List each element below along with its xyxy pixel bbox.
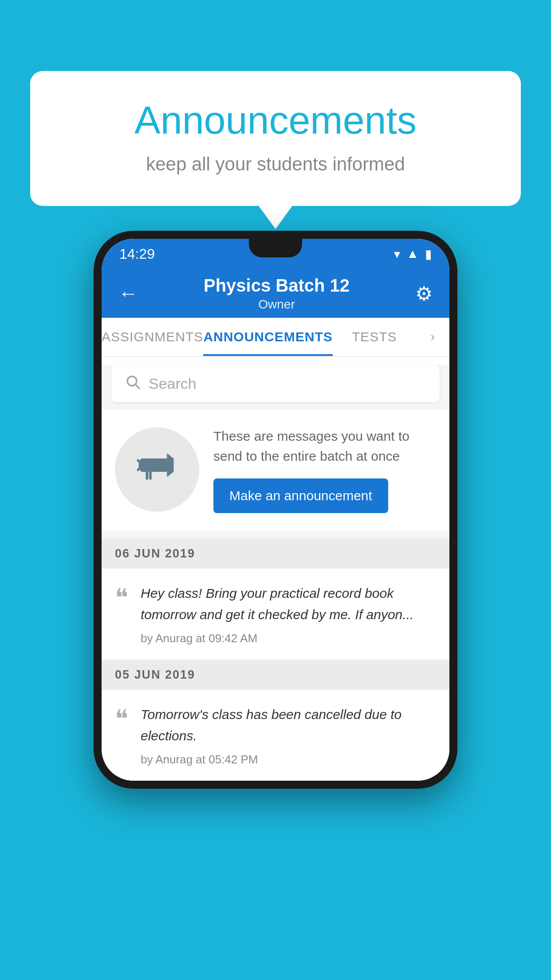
announcement-right: These are messages you want to send to t…	[213, 426, 436, 513]
announcement-description: These are messages you want to send to t…	[213, 426, 436, 466]
svg-line-1	[136, 384, 139, 388]
wifi-icon: ▾	[394, 247, 400, 261]
tabs-bar: ASSIGNMENTS ANNOUNCEMENTS TESTS ›	[102, 318, 449, 357]
message-text-2: Tomorrow's class has been cancelled due …	[141, 704, 436, 747]
svg-line-5	[137, 468, 141, 470]
tab-more[interactable]: ›	[416, 318, 449, 356]
message-content-2: Tomorrow's class has been cancelled due …	[141, 704, 436, 767]
svg-marker-3	[167, 453, 174, 477]
message-content-1: Hey class! Bring your practical record b…	[141, 583, 436, 645]
phone-notch	[249, 239, 302, 257]
phone-mockup: 14:29 ▾ ▲ ▮ ← Physics Batch 12 Owner ⚙	[94, 231, 457, 789]
speech-bubble-section: Announcements keep all your students inf…	[30, 71, 521, 206]
app-bar-title: Physics Batch 12	[204, 276, 350, 296]
message-item-1: ❝ Hey class! Bring your practical record…	[102, 569, 449, 660]
status-icons: ▾ ▲ ▮	[394, 247, 432, 261]
date-separator-1: 06 JUN 2019	[102, 539, 449, 569]
message-meta-1: by Anurag at 09:42 AM	[141, 632, 436, 645]
search-icon	[125, 374, 141, 394]
phone-inner: 14:29 ▾ ▲ ▮ ← Physics Batch 12 Owner ⚙	[102, 239, 449, 781]
status-time: 14:29	[119, 246, 155, 262]
app-bar-title-group: Physics Batch 12 Owner	[204, 276, 350, 312]
speech-bubble: Announcements keep all your students inf…	[30, 71, 521, 206]
battery-icon: ▮	[425, 247, 432, 261]
quote-icon-1: ❝	[115, 585, 128, 610]
app-bar-subtitle: Owner	[204, 297, 350, 312]
bubble-title: Announcements	[66, 98, 485, 143]
date-separator-2: 05 JUN 2019	[102, 660, 449, 690]
quote-icon-2: ❝	[115, 707, 128, 731]
announcement-prompt: These are messages you want to send to t…	[102, 410, 449, 531]
signal-icon: ▲	[406, 247, 419, 261]
announcement-icon-circle	[115, 427, 199, 512]
svg-rect-2	[141, 458, 167, 472]
phone-outer: 14:29 ▾ ▲ ▮ ← Physics Batch 12 Owner ⚙	[94, 231, 457, 789]
search-bar[interactable]: Search	[111, 365, 440, 402]
phone-content: Search	[102, 365, 449, 781]
bubble-subtitle: keep all your students informed	[66, 154, 485, 175]
settings-button[interactable]: ⚙	[415, 282, 433, 305]
svg-line-4	[137, 460, 141, 462]
tab-tests[interactable]: TESTS	[333, 318, 416, 356]
message-item-2: ❝ Tomorrow's class has been cancelled du…	[102, 690, 449, 781]
status-bar: 14:29 ▾ ▲ ▮	[102, 239, 449, 269]
megaphone-icon	[137, 445, 177, 494]
search-placeholder: Search	[149, 375, 197, 392]
message-meta-2: by Anurag at 05:42 PM	[141, 753, 436, 767]
back-button[interactable]: ←	[118, 282, 138, 304]
make-announcement-button[interactable]: Make an announcement	[213, 478, 388, 513]
tab-announcements[interactable]: ANNOUNCEMENTS	[203, 318, 332, 356]
tab-assignments[interactable]: ASSIGNMENTS	[102, 318, 203, 356]
app-bar: ← Physics Batch 12 Owner ⚙	[102, 269, 449, 318]
message-text-1: Hey class! Bring your practical record b…	[141, 583, 436, 625]
